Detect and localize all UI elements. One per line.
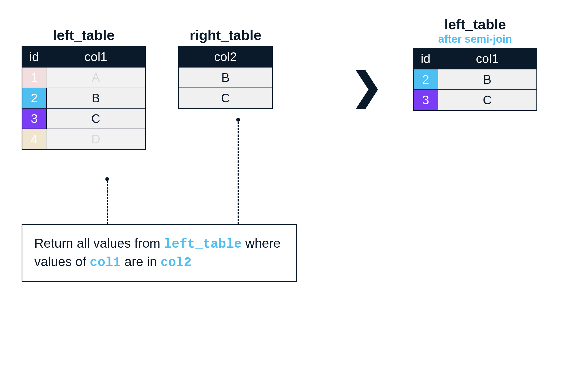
explain-keyword: left_table	[164, 237, 242, 251]
diagram-stage: left_table id col1 1A 2B 3C 4D right_tab…	[22, 16, 566, 374]
explain-text: are in	[124, 254, 160, 269]
table-row: C	[179, 88, 272, 109]
right-table-title: right_table	[178, 27, 273, 46]
table-row: 3C	[22, 108, 146, 129]
left-header-id: id	[22, 46, 46, 67]
table-row: B	[179, 67, 272, 88]
explain-keyword: col1	[90, 255, 121, 270]
left-header-col1: col1	[46, 46, 146, 67]
chevron-right-icon: ❯	[351, 68, 383, 105]
result-header-col1: col1	[438, 48, 537, 69]
table-row: 4D	[22, 129, 146, 150]
table-row: 2B	[22, 88, 146, 108]
result-table-subtitle: after semi-join	[413, 33, 537, 45]
result-table-title: left_table after semi-join	[413, 16, 537, 48]
callout-connector-line	[238, 122, 239, 224]
explain-keyword: col2	[160, 255, 191, 270]
left-table-title: left_table	[22, 27, 146, 46]
table-row: 1A	[22, 67, 146, 88]
explanation-box: Return all values from left_table where …	[22, 224, 297, 282]
result-table: left_table after semi-join id col1 2B 3C	[413, 16, 537, 111]
callout-connector-line	[107, 181, 108, 224]
callout-dot-icon	[236, 118, 240, 122]
table-row: 3C	[414, 90, 537, 110]
right-header-col2: col2	[179, 46, 272, 67]
callout-dot-icon	[105, 177, 109, 181]
result-header-id: id	[414, 48, 438, 69]
explain-text: Return all values from	[34, 236, 164, 250]
table-row: 2B	[414, 69, 537, 90]
left-table: left_table id col1 1A 2B 3C 4D	[22, 27, 146, 150]
right-table: right_table col2 B C	[178, 27, 273, 109]
